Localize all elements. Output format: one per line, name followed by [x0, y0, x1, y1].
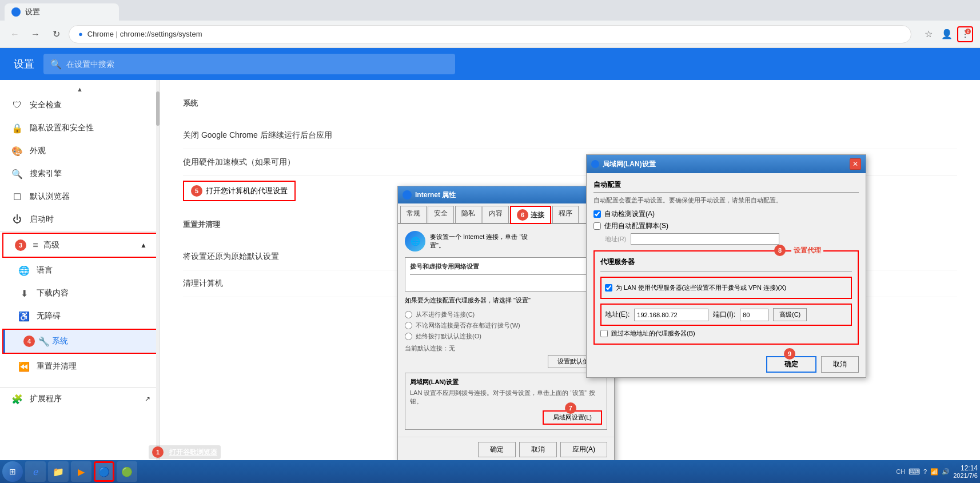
taskbar-explorer-btn[interactable]: 📁 [48, 461, 69, 482]
reload-button[interactable]: ↻ [48, 26, 64, 42]
lan-proxy-section: 8 设置代理 代理服务器 为 LAN 使用代理服务器(这些设置不用于拨号或 VP… [593, 250, 859, 345]
lan-auto-detect-checkbox[interactable] [593, 210, 601, 218]
hardware-accel-label: 使用硬件加速模式（如果可用） [183, 157, 295, 166]
forward-button[interactable]: → [27, 26, 43, 42]
sidebar-scrollbar-thumb[interactable] [156, 91, 160, 126]
lan-btn-wrapper: 7 局域网设置(L) [543, 410, 602, 425]
start-icon: ⊞ [9, 467, 16, 476]
taskbar-start-btn[interactable]: ⊞ [2, 461, 23, 482]
menu-button[interactable]: ⋮ 2 [957, 26, 973, 42]
lan-titlebar: 局域网(LAN)设置 ✕ [587, 155, 866, 173]
browser-window: 设置 ← → ↻ ● Chrome | chrome://settings/sy… [0, 0, 980, 483]
sidebar-item-default-browser[interactable]: ☐ 默认浏览器 [0, 185, 160, 208]
lan-port-label: 端口(I): [713, 310, 735, 320]
sidebar-item-security[interactable]: 🛡 安全检查 [0, 94, 160, 117]
step7-badge: 7 [565, 402, 576, 414]
accessibility-icon: ♿ [18, 310, 30, 322]
taskbar-green-btn[interactable]: 🟢 [117, 461, 137, 482]
restore-label: 将设置还原为原始默认设置 [183, 252, 279, 261]
sidebar-item-startup-label: 启动时 [30, 214, 54, 225]
inet-tab-content[interactable]: 内容 [483, 206, 509, 223]
step9-indicator: 9 [784, 348, 799, 360]
proxy-setting-item[interactable]: 5 打开您计算机的代理设置 [183, 181, 296, 201]
lan-port-input[interactable] [740, 309, 768, 321]
sidebar-item-search[interactable]: 🔍 搜索引擎 [0, 162, 160, 185]
sidebar: ▲ 🛡 安全检查 🔒 隐私设置和安全性 🎨 外观 🔍 搜索引擎 ☐ 默认浏览器 [0, 80, 160, 460]
security-icon: 🛡 [11, 99, 23, 111]
inet-tab-connection[interactable]: 6连接 [510, 206, 551, 224]
inet-properties-dialog: Internet 属性 _ □ 常规 安全 隐私 内容 6连接 程序 [397, 186, 615, 460]
inet-tab-security[interactable]: 安全 [428, 206, 454, 223]
back-button[interactable]: ← [7, 26, 23, 42]
step8-badge: 8 [774, 245, 786, 256]
lan-bypass-row: 跳过本地地址的代理服务器(B) [600, 329, 852, 338]
clean-label: 清理计算机 [183, 278, 223, 288]
sidebar-item-system-label: 系统 [52, 336, 68, 346]
tab-settings[interactable]: 设置 [5, 3, 119, 21]
settings-close-run[interactable]: 关闭 Google Chrome 后继续运行后台应用 [183, 122, 957, 149]
inet-radio-default[interactable]: 始终拨打默认认连接(O) [405, 331, 607, 342]
radio-default[interactable] [405, 333, 412, 340]
settings-search-bar[interactable]: 🔍 [43, 54, 455, 74]
lan-content: 自动配置 自动配置会覆盖手动设置。要确保使用手动设置，请禁用自动配置。 自动检测… [587, 173, 866, 352]
inet-tab-program[interactable]: 程序 [552, 206, 579, 223]
lan-close-btn[interactable]: ✕ [850, 158, 861, 170]
lan-proxy-divider [600, 272, 852, 272]
inet-radio-always[interactable]: 不论网络连接是否存在都进行拨号(W) [405, 320, 607, 331]
sidebar-item-advanced[interactable]: 3 ≡ 高级 ▲ [3, 234, 156, 257]
lan-address-row: 地址(R) [593, 233, 859, 245]
taskbar-ie-btn[interactable]: ℯ [25, 461, 46, 482]
inet-dial-note: 如果要为连接配置代理服务器，请选择 "设置" [405, 296, 607, 305]
sidebar-item-privacy[interactable]: 🔒 隐私设置和安全性 [0, 117, 160, 139]
appearance-icon: 🎨 [11, 145, 23, 157]
lan-cancel-btn[interactable]: 取消 [821, 356, 859, 373]
inet-title: Internet 属性 [403, 190, 456, 200]
lan-proxy-checkbox[interactable] [605, 284, 612, 292]
sidebar-item-download[interactable]: ⬇ 下载内容 [0, 282, 160, 305]
lan-bypass-checkbox[interactable] [600, 330, 608, 337]
radio-never[interactable] [405, 311, 412, 318]
sidebar-item-startup[interactable]: ⏻ 启动时 [0, 208, 160, 231]
language-icon: 🌐 [18, 265, 30, 276]
sidebar-item-language[interactable]: 🌐 语言 [0, 259, 160, 282]
lan-addr-input[interactable] [634, 309, 708, 321]
lan-address-input[interactable] [631, 233, 779, 245]
system-section-title: 系统 [183, 98, 957, 113]
bookmark-button[interactable]: ☆ [921, 26, 937, 42]
inet-current-default: 当前默认连接：无 [405, 344, 607, 353]
sidebar-item-extensions[interactable]: 🧩 扩展程序 ↗ [0, 388, 160, 410]
sidebar-scrollbar-track[interactable] [156, 80, 160, 460]
inet-apply-btn[interactable]: 应用(A) [560, 442, 607, 457]
taskbar-media-btn[interactable]: ▶ [71, 461, 91, 482]
taskbar-chrome-btn[interactable]: 🔵 [94, 461, 114, 482]
sidebar-item-appearance[interactable]: 🎨 外观 [0, 139, 160, 162]
privacy-icon: 🔒 [11, 122, 23, 134]
system-icon: 🔧 [38, 336, 50, 347]
chrome-taskbar-icon: 🔵 [98, 466, 110, 477]
sidebar-item-accessibility[interactable]: ♿ 无障碍 [0, 305, 160, 328]
sidebar-item-language-label: 语言 [37, 265, 53, 276]
taskbar-keyboard-icon: ⌨ [909, 467, 920, 476]
url-bar[interactable]: ● Chrome | chrome://settings/system [69, 25, 911, 43]
sidebar-item-reset[interactable]: ⏪ 重置并清理 [0, 355, 160, 378]
inet-tab-privacy[interactable]: 隐私 [455, 206, 481, 223]
inet-ok-btn[interactable]: 确定 [478, 442, 516, 457]
taskbar-lang: CH [896, 468, 905, 475]
inet-lan-title: 局域网(LAN)设置 [410, 378, 602, 386]
settings-search-input[interactable] [66, 59, 448, 69]
sidebar-item-search-label: 搜索引擎 [30, 169, 62, 179]
profile-button[interactable]: 👤 [939, 26, 955, 42]
inet-cancel-btn[interactable]: 取消 [519, 442, 557, 457]
radio-always[interactable] [405, 322, 412, 329]
notification-badge: 2 [965, 29, 971, 34]
sidebar-item-system[interactable]: 4 🔧 系统 [3, 330, 156, 353]
extensions-section: 🧩 扩展程序 ↗ [0, 387, 160, 410]
lan-auto-script-checkbox[interactable] [593, 222, 601, 230]
lan-dialog: 局域网(LAN)设置 ✕ 自动配置 自动配置会覆盖手动设置。要确保使用手动设置，… [586, 154, 866, 378]
download-icon: ⬇ [18, 288, 30, 299]
settings-header: 设置 🔍 [0, 48, 980, 80]
inet-tab-general[interactable]: 常规 [400, 206, 427, 223]
sidebar-item-appearance-label: 外观 [30, 146, 46, 156]
lan-advanced-btn[interactable]: 高级(C) [773, 308, 807, 321]
inet-radio-never[interactable]: 从不进行拨号连接(C) [405, 309, 607, 320]
